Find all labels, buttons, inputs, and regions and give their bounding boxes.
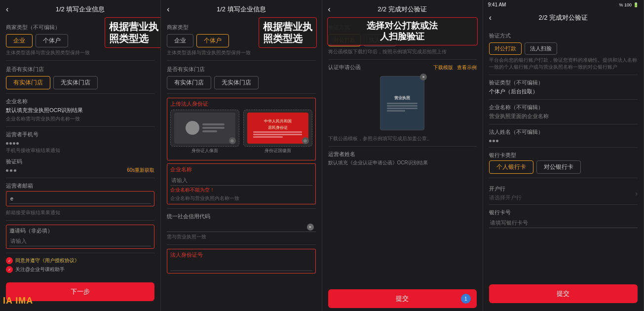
nav-title-4: 2/2 完成对公验证 — [539, 13, 588, 22]
email-input-1[interactable] — [9, 194, 151, 204]
id-front-card — [174, 113, 235, 143]
verify-method-group-3: 对公打款 法人扫脸 — [328, 34, 477, 46]
id-front-col: ⊙ 身份证人像面 — [170, 110, 239, 154]
follow-text-1: 关注@企业号课程助手 — [15, 266, 65, 273]
cert-section-label: 认证申请公函 — [328, 64, 361, 71]
download-link[interactable]: 下载模版 — [433, 64, 453, 71]
id-cards-row: ⊙ 身份证人像面 中华人民共和国 居民身份证 — [170, 110, 312, 154]
back-btn-3[interactable]: ‹ — [328, 5, 331, 14]
btn-individual-2[interactable]: 个体户 — [196, 34, 229, 47]
merchant-type-group-1: 企业 个体户 — [6, 34, 154, 47]
btn-individual-1[interactable]: 个体户 — [36, 34, 68, 47]
submit-btn-3[interactable]: 提交 — [328, 289, 477, 308]
open-bank-label: 开户行 — [489, 185, 636, 193]
company-name-input-2[interactable] — [170, 175, 312, 186]
verify-type-label: 验证类型（不可编辑） — [489, 79, 638, 86]
invite-code-row-1: 邀请码（非必填） — [6, 225, 154, 249]
verify-type-row: 验证类型（不可编辑） 个体户（后台拉取） — [489, 79, 638, 95]
company-name-label-1: 企业名称 — [6, 98, 154, 105]
id-number-label: 法人身份证号 — [170, 251, 312, 259]
store-label-1: 是否有实体门店 — [6, 66, 154, 73]
id-front-label: 身份证人像面 — [170, 148, 239, 154]
cert-hint: 下载公函模板，参照示例填写完成后加盖公章。 — [328, 135, 477, 142]
id-back-col: 中华人民共和国 居民身份证 ⊙ 身份证国徽面 — [243, 110, 312, 154]
biz-license-title: 营业执照 — [394, 95, 410, 101]
store-label-2: 是否有实体门店 — [167, 66, 315, 73]
btn-has-store-2[interactable]: 有实体门店 — [167, 76, 211, 89]
biz-license-close[interactable]: × — [420, 74, 427, 80]
btn-enterprise-2[interactable]: 企业 — [167, 34, 193, 47]
phone-hint-1: 手机号接收审核结果通知 — [6, 147, 154, 154]
id-number-section: 法人身份证号 — [167, 249, 315, 273]
id-front-slot[interactable]: ⊙ — [170, 110, 239, 147]
upload-id-section: 上传法人身份证 ⊙ 身份证人像面 — [167, 98, 315, 160]
legal-name-row: 法人姓名（不可编辑） — [489, 128, 638, 143]
verify-method-label-4: 验证方式 — [489, 32, 638, 39]
company-name-row-1: 企业名称 默认填充营业执照OCR识别结果 企业名称需与营业执照内名称一致 — [6, 98, 154, 122]
btn-public-pay-4[interactable]: 对公打款 — [489, 42, 522, 55]
id-avatar — [186, 121, 199, 135]
time-4: 9:41 AM — [488, 2, 506, 7]
panel-4: 9:41 AM % 100 🔋 ‹ 2/2 完成对公验证 验证方式 对公打款 法… — [483, 0, 644, 311]
bank-card-label: 银行卡号 — [489, 209, 638, 216]
nav-bar-1: ‹ 1/2 填写企业信息 — [0, 0, 160, 19]
status-bar-4: 9:41 AM % 100 🔋 — [483, 0, 644, 8]
phone-label-1: 运营者手机号 — [6, 131, 154, 138]
btn-no-store-2[interactable]: 无实体门店 — [214, 76, 259, 89]
submit-btn-4[interactable]: 提交 — [489, 284, 638, 303]
btn-corporate-bank[interactable]: 对公银行卡 — [536, 160, 581, 174]
email-input-box-1 — [6, 191, 154, 206]
back-btn-4[interactable]: ‹ — [489, 13, 492, 22]
badge-1: 1 — [461, 294, 471, 304]
view-link[interactable]: 查看示例 — [457, 64, 477, 71]
btn-personal-bank[interactable]: 个人银行卡 — [489, 160, 533, 174]
email-label-1: 运营者邮箱 — [6, 182, 154, 190]
panel-3-content: 验证方式 对公打款 法人扫脸 将公函模版下载打印后，按照示例填写完成后拍照上传 … — [322, 19, 483, 286]
back-btn-2[interactable]: ‹ — [167, 5, 169, 14]
open-bank-arrow: › — [635, 190, 638, 197]
panel-2: 根据营业执照类型选 ‹ 1/2 填写企业信息 商家类型 企业 个体户 主体类型选… — [161, 0, 322, 311]
id-number-input[interactable] — [170, 261, 312, 271]
biz-license-container: × 营业执照 — [328, 73, 477, 133]
bank-card-input[interactable] — [489, 218, 638, 228]
company-name-row-4: 企业名称（不可编辑） 营业执照里面的企业名称 — [489, 104, 638, 120]
btn-has-store-1[interactable]: 有实体门店 — [6, 76, 50, 89]
invite-input-1[interactable] — [9, 236, 151, 246]
id-back-card: 中华人民共和国 居民身份证 — [247, 113, 308, 143]
panel-3: 选择对公打款或法人扫脸验证 ‹ 2/2 完成对公验证 验证方式 对公打款 法人扫… — [322, 0, 483, 311]
bank-card-type-group: 个人银行卡 对公银行卡 — [489, 160, 638, 174]
status-icons-4: % 100 🔋 — [619, 2, 639, 7]
email-hint-1: 邮箱接受审核结果果通知 — [6, 209, 154, 216]
follow-row-1: ✓ 关注@企业号课程助手 — [6, 266, 154, 273]
btn-enterprise-1[interactable]: 企业 — [6, 34, 33, 47]
open-bank-content: 开户行 请选择开户行 — [489, 185, 636, 201]
camera-icon-back: ⊙ — [302, 137, 309, 144]
agree-text-1: 同意并遵守《用户授权协议》 — [15, 257, 79, 264]
nav-bar-3: ‹ 2/2 完成对公验证 — [322, 0, 483, 19]
panel-1: 根据营业执照类型选 ‹ 1/2 填写企业信息 商家类型（不可编辑） 企业 个体户… — [0, 0, 161, 311]
unified-code-label: 统一社会信用代码 — [167, 213, 315, 220]
bank-card-type-row: 银行卡类型 个人银行卡 对公银行卡 — [489, 152, 638, 174]
btn-public-pay-3[interactable]: 对公打款 — [328, 34, 361, 46]
agree-check-1[interactable]: ✓ — [6, 257, 13, 264]
operator-name-value: 默认填充《企业认证申请公函》OCR识别结果 — [328, 159, 477, 166]
btn-face-scan-3[interactable]: 法人扫脸 — [364, 34, 396, 46]
merchant-type-label-2: 商家类型 — [167, 24, 315, 31]
company-name-section-2: 企业名称 企业名称不能为空！ 企业名称与营业执照内名称一致 — [167, 163, 315, 204]
verify-code-label-1: 验证码 — [6, 158, 154, 165]
panel-4-content: 验证方式 对公打款 法人扫脸 平台会向您的银行账户打款，验证您资料的准确性。提供… — [483, 27, 644, 276]
btn-face-scan-4[interactable]: 法人扫脸 — [525, 42, 557, 55]
id-back-slot[interactable]: 中华人民共和国 居民身份证 ⊙ — [243, 110, 312, 147]
invite-label-1: 邀请码（非必填） — [9, 227, 151, 234]
id-back-title2: 居民身份证 — [268, 125, 288, 130]
unified-code-clear[interactable]: × — [307, 224, 314, 231]
follow-check-1[interactable]: ✓ — [6, 266, 13, 273]
nav-title-2: 1/2 填写企业信息 — [217, 5, 266, 14]
id-back-label: 身份证国徽面 — [243, 148, 312, 154]
nav-bar-2: ‹ 1/2 填写企业信息 — [161, 0, 321, 19]
resend-code-1[interactable]: 60s重新获取 — [127, 167, 154, 174]
btn-no-store-1[interactable]: 无实体门店 — [53, 76, 98, 89]
unified-code-input[interactable] — [167, 222, 315, 232]
back-btn-1[interactable]: ‹ — [6, 5, 8, 14]
id-back-lines — [253, 131, 302, 138]
